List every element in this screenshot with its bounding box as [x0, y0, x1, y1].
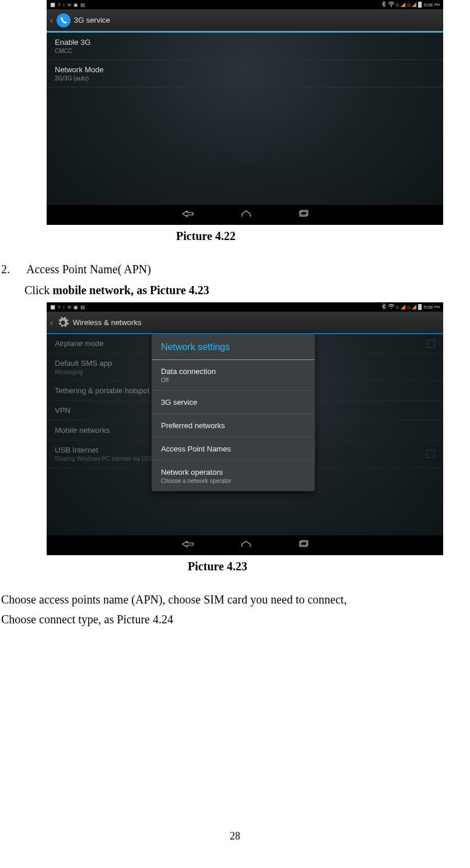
status-time: 5:08: [423, 2, 433, 8]
network-settings-popup: Network settings Data connection Off 3G …: [152, 334, 315, 491]
screenshot-network-settings: ? ↕ Ψ ▣ ▤ G G 5:09 PM ‹ Wireless & netw: [47, 302, 443, 555]
status-time: 5:09: [423, 305, 433, 310]
signal-sim2-icon: [412, 305, 416, 309]
debug-icon: ▣: [73, 305, 78, 310]
wifi-icon: [388, 2, 394, 8]
popup-item-label: Preferred networks: [161, 421, 306, 430]
bluetooth-icon: [382, 304, 387, 310]
popup-item-apn[interactable]: Access Point Names: [152, 437, 315, 461]
bluetooth-icon: [382, 1, 387, 8]
popup-item-network-operators[interactable]: Network operators Choose a network opera…: [152, 461, 315, 491]
back-icon[interactable]: ‹: [50, 16, 53, 25]
popup-item-sub: Off: [161, 377, 306, 383]
status-bar: ? ↕ Ψ ▣ ▤ G G 5:09 PM: [47, 302, 443, 312]
back-button[interactable]: [181, 540, 194, 551]
checkbox-icon[interactable]: [427, 340, 435, 348]
debug-icon: ▣: [73, 2, 78, 8]
action-bar-title: Wireless & networks: [73, 318, 142, 327]
item-sub: CMCC: [55, 48, 90, 54]
nfc-icon: [50, 305, 55, 310]
sim1-g-icon: G: [396, 3, 399, 7]
item-sub: Messaging: [55, 369, 112, 375]
step-instruction-prefix: Click: [24, 284, 52, 297]
popup-item-data-connection[interactable]: Data connection Off: [152, 360, 315, 391]
card-icon: ▤: [80, 305, 85, 310]
popup-item-label: Data connection: [161, 367, 306, 376]
svg-rect-0: [51, 2, 55, 6]
signal-sim1-icon: [401, 2, 405, 7]
svg-point-5: [391, 308, 392, 309]
sim2-g-icon: G: [407, 3, 410, 7]
status-time-suffix: PM: [434, 3, 440, 6]
status-time-suffix: PM: [434, 305, 440, 309]
svg-point-1: [391, 6, 392, 7]
popup-item-label: Network operators: [161, 468, 306, 477]
nfc-icon: [50, 2, 55, 8]
phone-icon: [57, 13, 71, 27]
back-icon[interactable]: ‹: [50, 318, 53, 327]
question-icon: ?: [58, 2, 60, 8]
usb-icon: Ψ: [67, 2, 71, 8]
sim1-g-icon: G: [396, 305, 399, 309]
item-label: Network Mode: [55, 65, 104, 74]
item-label: Default SMS app: [55, 359, 112, 368]
question-icon: ?: [58, 305, 60, 310]
action-bar[interactable]: ‹ 3G service: [47, 9, 443, 31]
list-item-network-mode[interactable]: Network Mode 2G/3G (auto): [47, 60, 443, 87]
step-number: 2.: [1, 259, 10, 279]
list-item-enable-3g[interactable]: Enable 3G CMCC: [47, 33, 443, 60]
checkbox-icon[interactable]: [427, 450, 435, 458]
item-label: Enable 3G: [55, 38, 90, 47]
back-button[interactable]: [181, 210, 194, 220]
action-bar-title: 3G service: [74, 16, 110, 24]
nav-bar: [47, 535, 443, 555]
gear-icon: [57, 316, 69, 329]
screenshot-3g-service: ? ↕ Ψ ▣ ▤ G G 5:08 PM ‹ 3G service: [47, 0, 443, 225]
wifi-icon: [388, 304, 394, 310]
arrow-icon: ↕: [62, 2, 65, 8]
signal-sim1-icon: [401, 305, 405, 309]
item-label: Tethering & portable hotspot: [55, 386, 150, 395]
caption-4-23: Picture 4.23: [0, 560, 470, 573]
arrow-icon: ↕: [62, 305, 65, 310]
battery-icon: [418, 304, 422, 310]
popup-item-preferred-networks[interactable]: Preferred networks: [152, 414, 315, 437]
home-button[interactable]: [241, 210, 251, 220]
battery-icon: [418, 2, 422, 8]
step-instruction-bold: mobile network, as Picture 4.23: [52, 284, 209, 297]
popup-item-label: Access Point Names: [161, 444, 306, 453]
card-icon: ▤: [80, 2, 85, 8]
item-sub: 2G/3G (auto): [55, 75, 104, 82]
item-label: VPN: [55, 406, 71, 415]
sim2-g-icon: G: [407, 305, 410, 309]
paragraph-2: Choose connect type, as Picture 4.24: [1, 609, 469, 629]
action-bar[interactable]: ‹ Wireless & networks: [47, 312, 443, 334]
popup-item-label: 3G service: [161, 398, 306, 407]
step-title: Access Point Name( APN): [26, 259, 151, 279]
caption-4-22: Picture 4.22: [0, 230, 470, 243]
svg-rect-4: [51, 305, 55, 309]
item-label: Mobile networks: [55, 426, 110, 435]
page-number: 28: [0, 830, 470, 842]
popup-title: Network settings: [152, 334, 315, 360]
signal-sim2-icon: [412, 2, 416, 7]
popup-item-3g-service[interactable]: 3G service: [152, 391, 315, 414]
recent-button[interactable]: [298, 540, 308, 551]
status-bar: ? ↕ Ψ ▣ ▤ G G 5:08 PM: [47, 0, 443, 9]
usb-icon: Ψ: [67, 305, 71, 310]
popup-item-sub: Choose a network operator: [161, 478, 306, 484]
item-label: Airplane mode: [55, 339, 104, 348]
nav-bar: [47, 205, 443, 225]
home-button[interactable]: [241, 540, 251, 551]
paragraph-1: Choose access points name (APN), choose …: [1, 590, 469, 609]
settings-list: Enable 3G CMCC Network Mode 2G/3G (auto): [47, 33, 443, 87]
recent-button[interactable]: [298, 210, 308, 220]
